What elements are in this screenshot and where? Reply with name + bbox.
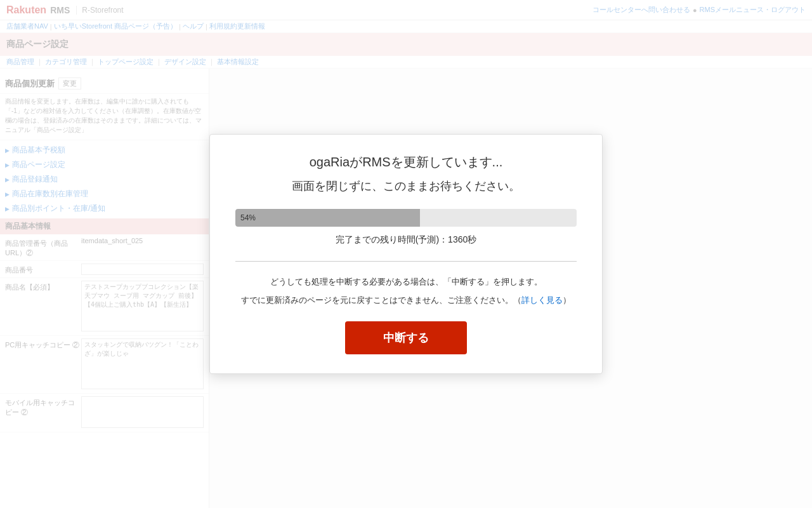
modal-box: ogaRiaがRMSを更新しています... 画面を閉じずに、このままお待ちくださ… (209, 134, 603, 373)
progress-container: 54% (235, 209, 577, 227)
abort-button[interactable]: 中断する (345, 321, 467, 354)
modal-note: どうしても処理を中断する必要がある場合は、「中断する」を押します。 (235, 274, 577, 289)
progress-bar (235, 209, 420, 227)
modal-detail-link[interactable]: 詳しく見る (521, 295, 563, 305)
remaining-time: 完了までの残り時間(予測)：1360秒 (235, 234, 577, 246)
modal-overlay: ogaRiaがRMSを更新しています... 画面を閉じずに、このままお待ちくださ… (0, 0, 812, 508)
progress-text: 54% (240, 213, 256, 222)
modal-subtitle: 画面を閉じずに、このままお待ちください。 (235, 178, 577, 194)
modal-divider (235, 261, 577, 262)
modal-title: ogaRiaがRMSを更新しています... (235, 154, 577, 171)
modal-warning: すでに更新済みのページを元に戻すことはできません、ご注意ください。（詳しく見る） (235, 295, 577, 306)
